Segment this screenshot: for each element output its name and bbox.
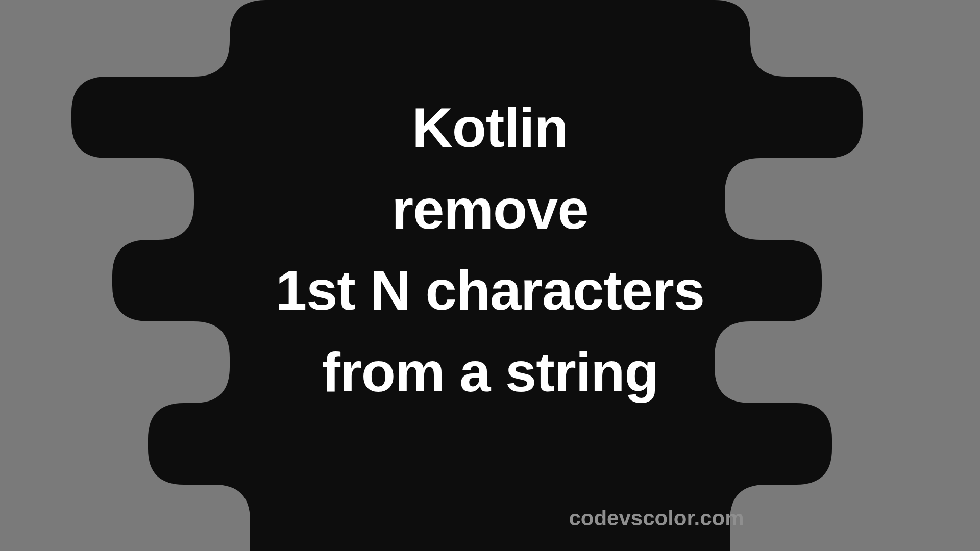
blob-graphic-container: Kotlin remove 1st N characters from a st… — [0, 0, 980, 551]
title-block: Kotlin remove 1st N characters from a st… — [276, 87, 704, 412]
title-line-4: from a string — [276, 331, 704, 412]
watermark-text: codevscolor.com — [569, 506, 744, 531]
title-text: Kotlin remove 1st N characters from a st… — [276, 87, 704, 412]
title-line-1: Kotlin — [276, 87, 704, 168]
title-line-2: remove — [276, 168, 704, 249]
title-line-3: 1st N characters — [276, 249, 704, 331]
